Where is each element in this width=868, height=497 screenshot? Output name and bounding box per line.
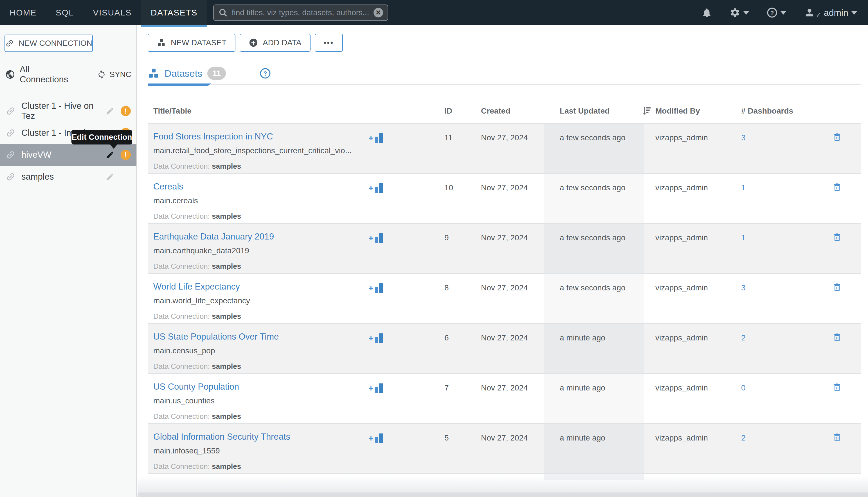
table-row: US State Populations Over Time + main.ce… [148, 323, 861, 373]
search-input[interactable] [232, 8, 369, 17]
edit-connection-pencil-icon[interactable] [106, 172, 114, 181]
data-connection-line: Data Connection: samples [153, 462, 439, 471]
nav-item-datasets[interactable]: DATASETS [141, 0, 207, 25]
dataset-last-updated: a minute ago [544, 324, 644, 373]
sync-button[interactable]: SYNC [97, 70, 131, 79]
new-connection-label: NEW CONNECTION [18, 39, 92, 48]
connections-sidebar: NEW CONNECTION All Connections SYNC [0, 25, 137, 497]
edit-connection-pencil-icon[interactable] [106, 106, 114, 115]
dataset-created: Nov 27, 2024 [464, 124, 544, 173]
delete-dataset-icon[interactable] [832, 232, 842, 273]
col-header-last-updated[interactable]: Last Updated [544, 106, 644, 115]
global-search[interactable]: ✕ [213, 4, 388, 21]
active-tab-underline [148, 84, 211, 86]
dataset-last-updated: a few seconds ago [544, 174, 644, 223]
connection-item[interactable]: samples ! [0, 166, 137, 188]
new-dashboard-icon[interactable]: + [368, 381, 383, 393]
col-header-dashboards[interactable]: # Dashboards [734, 106, 813, 115]
data-connection-label: Data Connection: [153, 362, 210, 370]
link-icon [5, 150, 16, 160]
col-header-title[interactable]: Title/Table [148, 106, 439, 115]
nav-item-home[interactable]: HOME [0, 0, 46, 25]
dataset-title-link[interactable]: Earthquake Data January 2019 [153, 232, 274, 241]
connection-item[interactable]: Cluster 1 - Hive on Tez ! [0, 100, 137, 122]
data-connection-value: samples [212, 162, 241, 170]
help-menu[interactable]: ? [767, 7, 786, 18]
all-connections-button[interactable]: All Connections [5, 65, 71, 85]
datasets-count-badge: 11 [207, 67, 226, 80]
sync-label: SYNC [109, 70, 131, 79]
dataset-last-updated: a few seconds ago [544, 124, 644, 173]
add-data-button[interactable]: ADD DATA [240, 34, 310, 52]
table-row: Cereals + main.cereals Data Connection: … [148, 173, 861, 223]
search-clear-icon[interactable]: ✕ [374, 8, 383, 17]
data-connection-label: Data Connection: [153, 262, 210, 270]
datasets-table: Title/Table ID Created Last Updated Modi… [148, 99, 861, 480]
dataset-created: Nov 27, 2024 [464, 424, 544, 473]
dashboards-count-link[interactable]: 2 [741, 333, 746, 342]
dataset-title-link[interactable]: Food Stores Inspection in NYC [153, 131, 273, 141]
dataset-title-link[interactable]: US County Population [153, 382, 239, 392]
connection-warning-icon[interactable]: ! [121, 150, 131, 160]
new-connection-button[interactable]: NEW CONNECTION [4, 34, 93, 52]
dataset-id: 9 [439, 224, 464, 273]
delete-dataset-icon[interactable] [832, 282, 842, 323]
new-dashboard-icon[interactable]: + [368, 281, 383, 293]
connection-warning-icon[interactable]: ! [121, 106, 131, 116]
settings-gear-menu[interactable] [730, 7, 749, 18]
dashboards-count-link[interactable]: 1 [741, 183, 746, 192]
dataset-id: 6 [439, 324, 464, 373]
delete-dataset-icon[interactable] [832, 132, 842, 173]
nav-item-sql[interactable]: SQL [46, 0, 84, 25]
dataset-created: Nov 27, 2024 [464, 374, 544, 423]
dataset-last-updated: a minute ago [544, 374, 644, 423]
new-dashboard-icon[interactable]: + [368, 331, 383, 343]
dataset-modified-by: vizapps_admin [644, 174, 734, 223]
col-header-created[interactable]: Created [464, 106, 544, 115]
dataset-title-link[interactable]: US State Populations Over Time [153, 332, 279, 342]
data-connection-label: Data Connection: [153, 412, 210, 421]
delete-dataset-icon[interactable] [832, 332, 842, 373]
user-icon [804, 7, 815, 18]
notifications-bell-icon[interactable] [701, 7, 712, 18]
new-dashboard-icon[interactable]: + [368, 431, 383, 443]
nav-item-visuals[interactable]: VISUALS [84, 0, 141, 25]
more-actions-button[interactable]: ••• [315, 34, 343, 52]
new-dashboard-icon[interactable]: + [368, 181, 383, 193]
datasets-help-icon[interactable]: ? [260, 68, 271, 79]
new-dashboard-icon[interactable]: + [368, 131, 383, 143]
dataset-title-link[interactable]: Cereals [153, 182, 183, 191]
dataset-last-updated: a few seconds ago [544, 274, 644, 323]
dataset-table-name: main.retail_food_store_inspections_curre… [153, 146, 439, 155]
dataset-modified-by: vizapps_admin [644, 274, 734, 323]
dataset-last-updated: a minute ago [544, 424, 644, 473]
dashboards-count-link[interactable]: 3 [741, 133, 746, 142]
dashboards-count-link[interactable]: 2 [741, 434, 746, 442]
delete-dataset-icon[interactable] [832, 432, 842, 473]
dataset-id: 5 [439, 424, 464, 473]
dataset-id: 11 [439, 124, 464, 173]
col-header-modified-by[interactable]: Modified By [644, 106, 734, 115]
dataset-id: 7 [439, 374, 464, 423]
table-row: Global Information Security Threats + ma… [148, 423, 861, 473]
horizontal-scrollbar-track[interactable] [138, 493, 868, 497]
chevron-down-icon [780, 11, 786, 15]
data-connection-value: samples [212, 312, 241, 321]
new-dataset-label: NEW DATASET [171, 38, 226, 47]
dataset-title-link[interactable]: Global Information Security Threats [153, 432, 290, 442]
new-dashboard-icon[interactable]: + [368, 231, 383, 243]
data-connection-value: samples [212, 212, 241, 221]
dashboards-count-link[interactable]: 1 [741, 233, 746, 242]
dataset-title-link[interactable]: World Life Expectancy [153, 282, 240, 292]
delete-dataset-icon[interactable] [832, 382, 842, 423]
col-header-id[interactable]: ID [439, 106, 464, 115]
tab-datasets[interactable]: Datasets 11 [148, 67, 226, 80]
dataset-table-name: main.infoseq_1559 [153, 446, 439, 455]
edit-connection-pencil-icon[interactable] [106, 151, 114, 159]
delete-dataset-icon[interactable] [832, 182, 842, 223]
dashboards-count-link[interactable]: 0 [741, 383, 746, 392]
dashboards-count-link[interactable]: 3 [741, 283, 746, 292]
data-connection-line: Data Connection: samples [153, 162, 439, 171]
user-menu[interactable]: ✓ admin [804, 6, 857, 19]
new-dataset-button[interactable]: NEW DATASET [148, 34, 235, 52]
